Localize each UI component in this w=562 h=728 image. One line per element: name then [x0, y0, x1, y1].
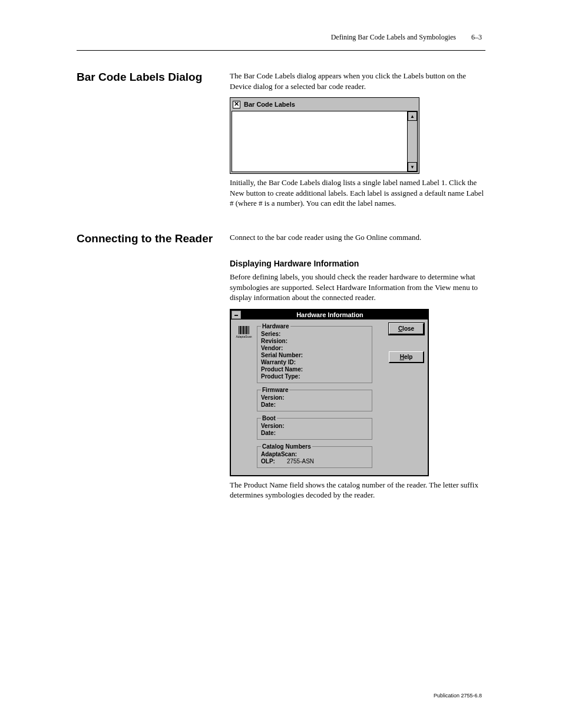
header-page-number: 6–3: [471, 33, 482, 42]
barcode-icon-label: AdaptaScan: [236, 335, 252, 338]
group-boot: Boot Version: Date:: [257, 415, 372, 440]
label-adaptascan: AdaptaScan:: [261, 451, 297, 458]
barcode-labels-listbox[interactable]: [232, 111, 408, 172]
section2-sub-body: Before defining labels, you should check…: [230, 272, 485, 303]
value-olp: 2755-ASN: [275, 458, 368, 465]
label-product-name: Product Name:: [261, 366, 303, 373]
group-catalog: Catalog Numbers AdaptaScan: OLP: 2755-AS…: [257, 443, 372, 468]
section1-hint: Initially, the Bar Code Labels dialog li…: [230, 177, 485, 209]
label-product-type: Product Type:: [261, 373, 300, 380]
scroll-down-button[interactable]: ▼: [408, 162, 417, 172]
barcode-icon: AdaptaScan: [234, 324, 253, 341]
section-title-labels-dialog: Bar Code Labels Dialog: [77, 71, 230, 84]
label-vendor: Vendor:: [261, 345, 283, 352]
label-olp: OLP:: [261, 458, 275, 465]
group-firmware-legend: Firmware: [261, 387, 289, 393]
barcode-labels-title: Bar Code Labels: [244, 101, 295, 108]
label-boot-version: Version:: [261, 423, 284, 430]
footer-publication: Publication 2755-6.8: [434, 693, 482, 699]
close-button[interactable]: Close: [389, 323, 424, 335]
header-rule: [77, 50, 485, 51]
section2-trailing: The Product Name field shows the catalog…: [230, 480, 485, 500]
hardware-info-dialog: Hardware Information AdaptaScan Hardware: [230, 309, 429, 476]
barcode-labels-header-checkbox[interactable]: [233, 101, 240, 108]
help-button[interactable]: Help: [389, 351, 424, 363]
subheading-hardware-info: Displaying Hardware Information: [230, 259, 485, 268]
group-hardware: Hardware Series: Revision: Vendor: Seria…: [257, 323, 372, 383]
label-boot-date: Date:: [261, 430, 276, 437]
scroll-up-button[interactable]: ▲: [408, 111, 417, 121]
group-catalog-legend: Catalog Numbers: [261, 443, 312, 450]
group-firmware: Firmware Version: Date:: [257, 387, 372, 411]
barcode-labels-scrollbar[interactable]: ▲ ▼: [408, 111, 417, 172]
group-boot-legend: Boot: [261, 415, 277, 421]
group-hardware-legend: Hardware: [261, 323, 290, 330]
section2-body: Connect to the bar code reader using the…: [230, 232, 485, 243]
label-serial-number: Serial Number:: [261, 352, 303, 359]
hardware-info-title: Hardware Information: [242, 311, 428, 318]
label-firmware-date: Date:: [261, 401, 276, 409]
section-title-connecting: Connecting to the Reader: [77, 232, 230, 245]
label-revision: Revision:: [261, 338, 287, 345]
header-chapter: Defining Bar Code Labels and Symbologies: [331, 33, 456, 42]
label-firmware-version: Version:: [261, 394, 284, 401]
barcode-labels-window: Bar Code Labels ▲ ▼: [230, 97, 419, 174]
label-series: Series:: [261, 331, 280, 338]
section1-body: The Bar Code Labels dialog appears when …: [230, 71, 485, 91]
label-warranty-id: Warranty ID:: [261, 359, 296, 366]
system-menu-icon[interactable]: [232, 311, 241, 319]
